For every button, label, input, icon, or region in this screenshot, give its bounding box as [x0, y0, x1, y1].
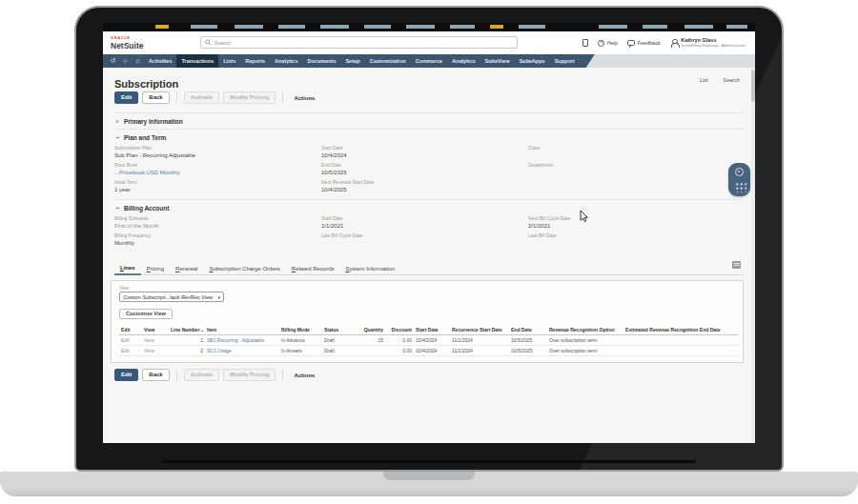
oracle-logo-text: ORACLE	[111, 35, 143, 40]
table-cell[interactable]: SB1 Recurring - Adjustable	[205, 335, 279, 346]
col-header-start-date[interactable]: Start Date	[414, 324, 450, 335]
browser-tab-fragment	[643, 25, 667, 29]
nav-item-support[interactable]: Support	[550, 54, 580, 68]
field-price-book: Price Book...Pricebook USD Monthly	[114, 162, 321, 176]
browser-tab-fragment	[450, 25, 475, 29]
field-subscription-plan: Subscription PlanSub Plan - Recurring Ad…	[114, 145, 321, 159]
view-select[interactable]: Custom Subscripti...fault RevRec View ▾	[119, 292, 224, 302]
field-label: Last Bill Cycle Date	[321, 232, 528, 239]
bottom-toolbar: Edit Back Activate Modify Pricing Action…	[114, 369, 755, 381]
chevron-right-icon: ›	[114, 118, 120, 125]
toolbar-divider	[282, 370, 283, 380]
nav-item-reports[interactable]: Reports	[240, 54, 270, 68]
table-cell[interactable]: Edit	[119, 335, 142, 346]
nav-item-lists[interactable]: Lists	[218, 54, 240, 68]
table-cell: 10/4/2024	[414, 335, 450, 346]
nav-item-transactions[interactable]: Transactions	[176, 54, 218, 68]
record-tabs: LinesPricingRenewalSubscription Charge O…	[114, 260, 744, 275]
table-cell[interactable]: View	[142, 346, 169, 356]
nav-item-analytics[interactable]: Analytics	[270, 54, 302, 68]
field-value: Sub Plan - Recurring Adjustable	[114, 151, 321, 159]
col-header-quantity[interactable]: Quantity	[354, 324, 385, 335]
table-menu-icon[interactable]	[732, 261, 741, 269]
header-actions: ? Help Feedback Kathryn Glass SuiteBilli…	[582, 31, 746, 54]
back-button[interactable]: Back	[142, 91, 169, 104]
feedback-button[interactable]: Feedback	[627, 40, 661, 46]
nav-item-suiteview[interactable]: SuiteView	[480, 54, 515, 68]
customize-view-button[interactable]: Customize View	[119, 309, 173, 319]
back-button[interactable]: Back	[142, 369, 169, 381]
col-header-discount[interactable]: Discount	[385, 324, 414, 335]
tab-system-information[interactable]: System Information	[340, 266, 401, 274]
floating-assistant-widget[interactable]	[728, 163, 750, 196]
actions-menu[interactable]: Actions	[290, 373, 318, 378]
subscription-lines-table: EditViewLine Number ▴ItemBilling ModeSta…	[119, 324, 739, 356]
field-last-bill-cycle-date: Last Bill Cycle Date	[321, 232, 528, 247]
field-value	[528, 151, 735, 159]
tab-renewal[interactable]: Renewal	[170, 266, 203, 274]
browser-tab-fragment	[364, 25, 391, 29]
col-header-view[interactable]: View	[142, 324, 169, 335]
recent-records-icon[interactable]: ↺	[107, 54, 119, 68]
nav-item-setup[interactable]: Setup	[340, 54, 364, 68]
nav-item-customization[interactable]: Customization	[365, 54, 411, 68]
section-header[interactable]: › Plan and Term	[114, 130, 744, 145]
page-scrollbar[interactable]	[751, 68, 755, 443]
col-header-recurrence-start-date[interactable]: Recurrence Start Date	[450, 324, 509, 335]
help-icon: ?	[598, 40, 604, 47]
field-value	[528, 169, 735, 176]
col-header-end-date[interactable]: End Date	[509, 324, 547, 335]
col-header-line-number[interactable]: Line Number ▴	[169, 324, 205, 335]
search-input[interactable]	[214, 40, 513, 46]
user-menu[interactable]: Kathryn Glass SuiteBilling Stairway - Ad…	[670, 38, 746, 49]
nav-item-commerce[interactable]: Commerce	[411, 54, 447, 68]
subscription-page: Subscription List Search Edit Back Activ…	[103, 68, 755, 443]
col-header-item[interactable]: Item	[205, 324, 279, 335]
table-cell: Over subscription term	[547, 335, 623, 346]
new-document-button[interactable]	[582, 39, 588, 47]
col-header-estimated-revenue-recognition-end-date[interactable]: Estimated Revenue Recognition End Date	[623, 324, 739, 335]
field-value: First of the Month	[114, 222, 321, 230]
col-header-billing-mode[interactable]: Billing Mode	[279, 324, 322, 335]
user-role: SuiteBilling Stairway - Administrator	[681, 44, 746, 48]
tab-subscription-charge-orders[interactable]: Subscription Charge Orders	[203, 266, 285, 274]
help-button[interactable]: ? Help	[598, 40, 618, 47]
nav-item-documents[interactable]: Documents	[303, 54, 341, 68]
table-cell[interactable]: SC1 Usage	[205, 346, 279, 356]
browser-tab-fragment	[519, 25, 545, 29]
nav-item-suiteapps[interactable]: SuiteApps	[514, 54, 549, 68]
activate-button: Activate	[184, 369, 219, 381]
section-header[interactable]: › Billing Account	[114, 200, 744, 215]
browser-tab-fragment	[235, 25, 263, 29]
edit-button[interactable]: Edit	[114, 91, 138, 104]
edit-button[interactable]: Edit	[114, 369, 138, 381]
table-cell	[623, 335, 739, 346]
home-icon[interactable]: ⌂	[132, 54, 144, 68]
table-cell: In Arrears	[279, 346, 322, 356]
field-label: End Date	[321, 162, 528, 169]
field-label: Billing Frequency	[114, 232, 321, 239]
table-cell[interactable]: View	[142, 335, 169, 346]
col-header-edit[interactable]: Edit	[119, 324, 142, 335]
main-nav: ↺ ☆ ⌂ ActivitiesTransactionsListsReports…	[103, 54, 755, 68]
tab-pricing[interactable]: Pricing	[141, 266, 170, 274]
activate-button: Activate	[184, 91, 219, 104]
actions-menu[interactable]: Actions	[290, 95, 318, 101]
table-cell[interactable]: Edit	[119, 346, 142, 356]
nav-item-analytics[interactable]: Analytics	[447, 54, 480, 68]
tab-lines[interactable]: Lines	[114, 265, 141, 275]
global-search[interactable]	[200, 36, 518, 49]
section-header[interactable]: › Primary Information	[114, 113, 744, 129]
screen-content: ORACLE NetSuite ? Help	[103, 23, 755, 443]
shortcuts-star-icon[interactable]: ☆	[119, 54, 132, 68]
feedback-icon	[627, 40, 635, 46]
col-header-revenue-recognition-option[interactable]: Revenue Recognition Option	[547, 324, 623, 335]
field-billing-schedule: Billing ScheduleFirst of the Month	[114, 215, 321, 230]
list-link[interactable]: List	[700, 77, 708, 83]
browser-tab-fragment	[278, 25, 305, 29]
nav-item-activities[interactable]: Activities	[144, 54, 176, 68]
tab-related-records[interactable]: Related Records	[286, 266, 340, 274]
search-link[interactable]: Search	[724, 77, 740, 83]
col-header-status[interactable]: Status	[322, 324, 354, 335]
field-value[interactable]: ...Pricebook USD Monthly	[114, 169, 321, 176]
